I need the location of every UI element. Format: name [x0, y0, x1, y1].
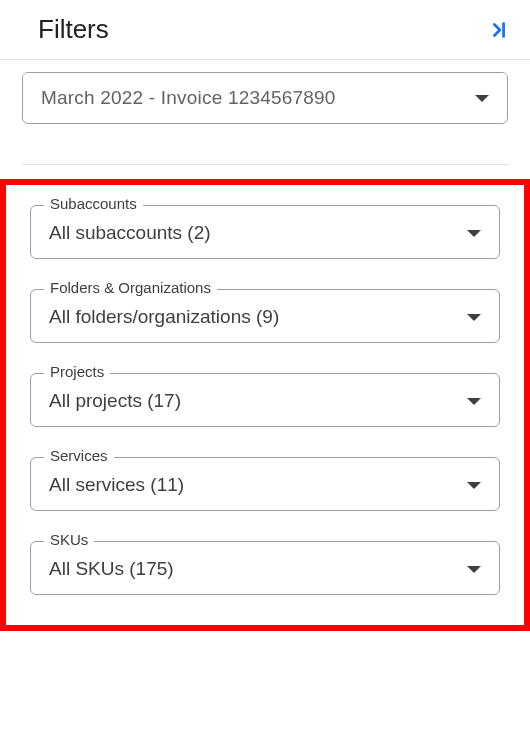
chevron-down-icon — [467, 230, 481, 237]
services-dropdown[interactable]: All services (11) — [30, 457, 500, 511]
filters-header: Filters — [0, 0, 530, 60]
invoice-dropdown[interactable]: March 2022 - Invoice 1234567890 — [22, 72, 508, 124]
subaccounts-value: All subaccounts (2) — [49, 222, 211, 244]
skus-filter-group: SKUs All SKUs (175) — [30, 541, 500, 595]
chevron-down-icon — [467, 314, 481, 321]
subaccounts-dropdown[interactable]: All subaccounts (2) — [30, 205, 500, 259]
filters-highlight-box: Subaccounts All subaccounts (2) Folders … — [0, 179, 530, 631]
chevron-down-icon — [467, 482, 481, 489]
folders-filter-group: Folders & Organizations All folders/orga… — [30, 289, 500, 343]
subaccounts-label: Subaccounts — [44, 195, 143, 212]
chevron-down-icon — [467, 398, 481, 405]
projects-filter-group: Projects All projects (17) — [30, 373, 500, 427]
page-title: Filters — [38, 14, 109, 45]
skus-label: SKUs — [44, 531, 94, 548]
folders-value: All folders/organizations (9) — [49, 306, 279, 328]
section-divider — [22, 164, 508, 165]
subaccounts-filter-group: Subaccounts All subaccounts (2) — [30, 205, 500, 259]
skus-value: All SKUs (175) — [49, 558, 174, 580]
projects-dropdown[interactable]: All projects (17) — [30, 373, 500, 427]
chevron-down-icon — [467, 566, 481, 573]
folders-label: Folders & Organizations — [44, 279, 217, 296]
skus-dropdown[interactable]: All SKUs (175) — [30, 541, 500, 595]
chevron-down-icon — [475, 95, 489, 102]
services-value: All services (11) — [49, 474, 184, 496]
services-filter-group: Services All services (11) — [30, 457, 500, 511]
services-label: Services — [44, 447, 114, 464]
invoice-dropdown-value: March 2022 - Invoice 1234567890 — [41, 87, 336, 109]
folders-dropdown[interactable]: All folders/organizations (9) — [30, 289, 500, 343]
projects-label: Projects — [44, 363, 110, 380]
projects-value: All projects (17) — [49, 390, 181, 412]
collapse-panel-icon[interactable] — [488, 19, 510, 41]
